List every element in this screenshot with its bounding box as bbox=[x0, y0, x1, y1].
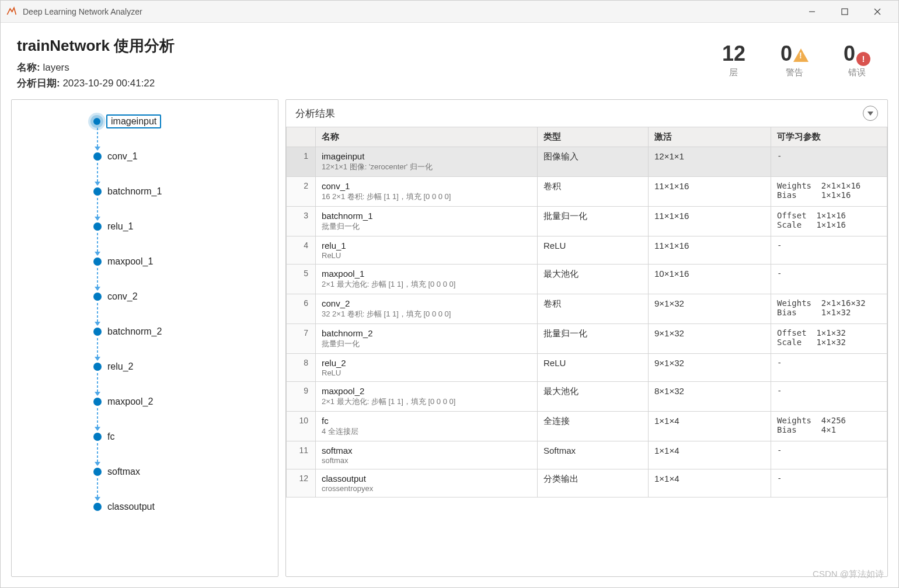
maximize-button[interactable] bbox=[828, 3, 861, 20]
layer-desc: ReLU bbox=[322, 251, 531, 260]
summary-header: trainNetwork 使用分析 名称: layers 分析日期: 2023-… bbox=[1, 23, 898, 99]
layer-desc: 32 2×1 卷积: 步幅 [1 1]，填充 [0 0 0 0] bbox=[322, 309, 531, 319]
layer-type: 图像输入 bbox=[538, 147, 649, 177]
results-table: 名称 类型 激活 可学习参数 1imageinput12×1×1 图像: 'ze… bbox=[286, 127, 887, 497]
table-row[interactable]: 12classoutputcrossentropyex分类输出1×1×4- bbox=[287, 469, 887, 497]
row-name-cell: maxpool_12×1 最大池化: 步幅 [1 1]，填充 [0 0 0 0] bbox=[316, 265, 538, 294]
layer-desc: softmax bbox=[322, 456, 531, 465]
layer-params: Offset 1×1×16 Scale 1×1×16 bbox=[771, 207, 887, 236]
graph-node-softmax[interactable]: softmax bbox=[93, 465, 140, 478]
graph-node-relu_1[interactable]: relu_1 bbox=[93, 220, 133, 233]
svg-rect-1 bbox=[842, 9, 848, 15]
graph-node-conv_2[interactable]: conv_2 bbox=[93, 290, 138, 303]
layer-name: relu_1 bbox=[322, 241, 531, 250]
node-label: relu_1 bbox=[107, 221, 133, 232]
warning-icon bbox=[793, 48, 809, 64]
col-name[interactable]: 名称 bbox=[316, 127, 538, 147]
row-name-cell: conv_116 2×1 卷积: 步幅 [1 1]，填充 [0 0 0 0] bbox=[316, 177, 538, 207]
row-name-cell: maxpool_22×1 最大池化: 步幅 [1 1]，填充 [0 0 0 0] bbox=[316, 382, 538, 412]
row-index: 2 bbox=[287, 177, 316, 207]
node-label: fc bbox=[107, 432, 114, 442]
layer-params: - bbox=[771, 147, 887, 177]
graph-node-batchnorm_2[interactable]: batchnorm_2 bbox=[93, 325, 162, 338]
node-dot-icon bbox=[93, 503, 102, 511]
layer-params: - bbox=[771, 382, 887, 412]
matlab-logo-icon bbox=[5, 6, 17, 18]
layer-params: Weights 2×1×1×16 Bias 1×1×16 bbox=[771, 177, 887, 207]
layer-activation: 9×1×32 bbox=[649, 294, 771, 324]
layer-activation: 9×1×32 bbox=[649, 324, 771, 354]
row-name-cell: imageinput12×1×1 图像: 'zerocenter' 归一化 bbox=[316, 147, 538, 177]
graph-edge bbox=[97, 373, 98, 395]
col-params[interactable]: 可学习参数 bbox=[771, 127, 887, 147]
col-type[interactable]: 类型 bbox=[538, 127, 649, 147]
table-row[interactable]: 9maxpool_22×1 最大池化: 步幅 [1 1]，填充 [0 0 0 0… bbox=[287, 382, 887, 412]
layer-name: softmax bbox=[322, 446, 531, 455]
graph-node-classoutput[interactable]: classoutput bbox=[93, 500, 155, 513]
node-dot-icon bbox=[93, 118, 100, 125]
graph-edge bbox=[97, 338, 98, 360]
analysis-date: 分析日期: 2023-10-29 00:41:22 bbox=[17, 76, 722, 90]
node-dot-icon bbox=[93, 398, 102, 406]
row-index: 9 bbox=[287, 382, 316, 412]
layer-activation: 9×1×32 bbox=[649, 354, 771, 382]
layer-name: batchnorm_2 bbox=[322, 328, 531, 338]
layer-type: ReLU bbox=[538, 354, 649, 382]
table-row[interactable]: 10fc4 全连接层全连接1×1×4Weights 4×256 Bias 4×1 bbox=[287, 412, 887, 441]
layer-params: - bbox=[771, 236, 887, 265]
network-name: 名称: layers bbox=[17, 61, 722, 74]
table-row[interactable]: 3batchnorm_1批量归一化批量归一化11×1×16Offset 1×1×… bbox=[287, 207, 887, 236]
layer-activation: 10×1×16 bbox=[649, 265, 771, 294]
row-name-cell: classoutputcrossentropyex bbox=[316, 469, 538, 497]
node-label: batchnorm_2 bbox=[107, 326, 162, 337]
layer-desc: 16 2×1 卷积: 步幅 [1 1]，填充 [0 0 0 0] bbox=[322, 192, 531, 202]
row-name-cell: softmaxsoftmax bbox=[316, 441, 538, 469]
layer-name: imageinput bbox=[322, 151, 531, 161]
layer-type: 最大池化 bbox=[538, 382, 649, 412]
table-row[interactable]: 4relu_1ReLUReLU11×1×16- bbox=[287, 236, 887, 265]
table-row[interactable]: 7batchnorm_2批量归一化批量归一化9×1×32Offset 1×1×3… bbox=[287, 324, 887, 354]
results-title: 分析结果 bbox=[295, 107, 863, 120]
col-activation[interactable]: 激活 bbox=[649, 127, 771, 147]
row-index: 8 bbox=[287, 354, 316, 382]
graph-node-imageinput[interactable]: imageinput bbox=[93, 115, 161, 128]
layer-type: Softmax bbox=[538, 441, 649, 469]
layer-activation: 1×1×4 bbox=[649, 412, 771, 441]
table-row[interactable]: 5maxpool_12×1 最大池化: 步幅 [1 1]，填充 [0 0 0 0… bbox=[287, 265, 887, 294]
node-dot-icon bbox=[93, 187, 102, 196]
graph-node-maxpool_2[interactable]: maxpool_2 bbox=[93, 395, 153, 408]
row-name-cell: batchnorm_1批量归一化 bbox=[316, 207, 538, 236]
graph-node-relu_2[interactable]: relu_2 bbox=[93, 360, 133, 373]
stat-errors: 0! 错误 bbox=[844, 41, 870, 78]
table-row[interactable]: 2conv_116 2×1 卷积: 步幅 [1 1]，填充 [0 0 0 0]卷… bbox=[287, 177, 887, 207]
graph-edge bbox=[97, 268, 98, 290]
graph-node-conv_1[interactable]: conv_1 bbox=[93, 150, 138, 163]
layer-name: batchnorm_1 bbox=[322, 211, 531, 221]
layer-type: 批量归一化 bbox=[538, 207, 649, 236]
graph-node-maxpool_1[interactable]: maxpool_1 bbox=[93, 255, 153, 268]
layer-activation: 12×1×1 bbox=[649, 147, 771, 177]
graph-node-fc[interactable]: fc bbox=[93, 430, 114, 443]
window-title: Deep Learning Network Analyzer bbox=[23, 7, 796, 16]
close-button[interactable] bbox=[861, 3, 894, 20]
layer-desc: 12×1×1 图像: 'zerocenter' 归一化 bbox=[322, 162, 531, 172]
layer-name: fc bbox=[322, 416, 531, 426]
row-name-cell: relu_1ReLU bbox=[316, 236, 538, 265]
dropdown-icon[interactable] bbox=[863, 106, 878, 121]
minimize-button[interactable] bbox=[796, 3, 828, 20]
error-icon: ! bbox=[856, 52, 870, 66]
network-graph-panel[interactable]: imageinputconv_1batchnorm_1relu_1maxpool… bbox=[11, 99, 278, 577]
table-row[interactable]: 1imageinput12×1×1 图像: 'zerocenter' 归一化图像… bbox=[287, 147, 887, 177]
analysis-results-panel: 分析结果 名称 类型 激活 可学习参数 1imageinput12×1×1 图像… bbox=[285, 99, 888, 577]
row-index: 7 bbox=[287, 324, 316, 354]
graph-edge bbox=[97, 303, 98, 325]
table-row[interactable]: 11softmaxsoftmaxSoftmax1×1×4- bbox=[287, 441, 887, 469]
table-row[interactable]: 8relu_2ReLUReLU9×1×32- bbox=[287, 354, 887, 382]
graph-edge bbox=[97, 163, 98, 185]
table-row[interactable]: 6conv_232 2×1 卷积: 步幅 [1 1]，填充 [0 0 0 0]卷… bbox=[287, 294, 887, 324]
layer-params: - bbox=[771, 265, 887, 294]
node-dot-icon bbox=[93, 293, 102, 301]
graph-node-batchnorm_1[interactable]: batchnorm_1 bbox=[93, 185, 162, 198]
stat-warnings: 0 警告 bbox=[780, 41, 809, 78]
layer-name: conv_2 bbox=[322, 298, 531, 308]
